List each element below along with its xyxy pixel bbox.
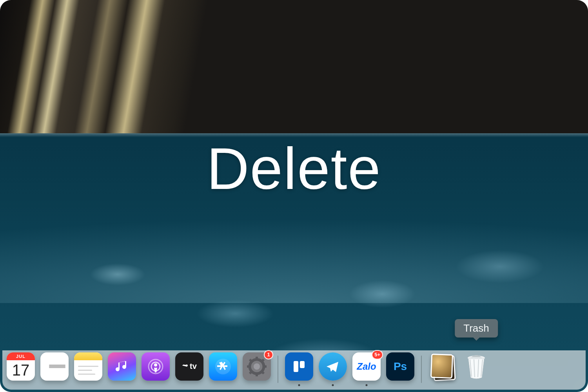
dock-container: JUL 17 <box>0 350 588 392</box>
dock-app-zalo[interactable]: Zalo 5+ <box>352 352 381 386</box>
ps-label: Ps <box>394 360 407 373</box>
running-indicator <box>366 384 368 386</box>
svg-rect-15 <box>300 361 305 368</box>
svg-rect-14 <box>294 361 298 372</box>
badge: 5+ <box>372 350 383 359</box>
music-icon <box>108 352 136 381</box>
svg-point-2 <box>154 363 157 367</box>
calendar-day: 17 <box>12 360 30 381</box>
stack-icon <box>428 352 457 381</box>
dock-divider <box>421 356 422 383</box>
calendar-icon: JUL 17 <box>7 352 35 381</box>
dock-app-reminders[interactable] <box>40 352 69 386</box>
podcasts-icon <box>142 352 170 381</box>
running-indicator <box>298 384 300 386</box>
trello-icon <box>285 352 313 381</box>
zalo-label: Zalo <box>357 361 376 372</box>
dock-app-system-preferences[interactable]: 1 <box>242 352 271 386</box>
svg-point-4 <box>254 363 260 370</box>
calendar-month: JUL <box>7 352 35 360</box>
dock: JUL 17 <box>2 350 586 390</box>
photoshop-icon: Ps <box>386 352 414 381</box>
dock-recent-stack[interactable] <box>428 352 457 386</box>
desktop[interactable]: Delete JUL 17 <box>0 0 588 392</box>
badge: 1 <box>264 350 273 359</box>
zalo-icon: Zalo 5+ <box>352 352 381 381</box>
dock-app-notes[interactable] <box>74 352 103 386</box>
trash-icon <box>462 352 490 381</box>
apple-logo-icon <box>182 362 189 371</box>
notes-icon <box>74 352 102 381</box>
tooltip-trash: Trash <box>455 319 498 338</box>
dock-app-apple-tv[interactable]: tv <box>175 352 204 386</box>
reminders-icon <box>40 352 69 381</box>
apple-tv-icon: tv <box>175 352 203 381</box>
dock-trash[interactable]: Trash <box>462 352 491 386</box>
dock-app-telegram[interactable] <box>318 352 347 386</box>
dock-app-calendar[interactable]: JUL 17 <box>6 352 35 386</box>
dock-app-photoshop[interactable]: Ps <box>386 352 415 386</box>
overlay-title: Delete <box>207 135 381 203</box>
dock-app-app-store[interactable] <box>209 352 238 386</box>
dock-divider <box>278 356 278 383</box>
dock-app-music[interactable] <box>107 352 136 386</box>
app-store-icon <box>209 352 237 381</box>
running-indicator <box>332 384 334 386</box>
dock-app-podcasts[interactable] <box>141 352 170 386</box>
telegram-icon <box>319 352 347 381</box>
settings-icon: 1 <box>243 352 271 381</box>
dock-app-trello[interactable] <box>285 352 314 386</box>
tv-label: tv <box>190 362 197 371</box>
